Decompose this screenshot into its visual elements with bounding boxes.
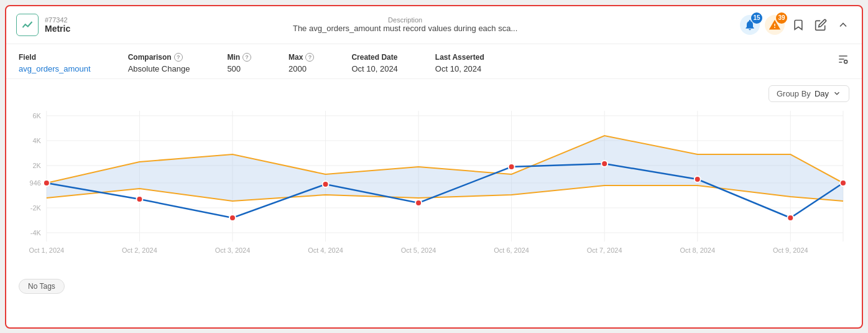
field-item-created: Created Date Oct 10, 2024 bbox=[351, 53, 397, 73]
comparison-help-icon[interactable]: ? bbox=[174, 53, 183, 62]
svg-text:-2K: -2K bbox=[30, 204, 42, 211]
header-description: Description The avg_orders_amount must r… bbox=[70, 16, 740, 33]
max-label: Max ? bbox=[289, 53, 314, 62]
metric-card: #77342 Metric Description The avg_orders… bbox=[5, 5, 863, 329]
min-label: Min ? bbox=[227, 53, 251, 62]
svg-text:Oct 1, 2024: Oct 1, 2024 bbox=[29, 246, 65, 253]
svg-text:6K: 6K bbox=[32, 111, 41, 119]
tags-row: No Tags bbox=[6, 273, 862, 303]
alert-button[interactable]: 39 bbox=[765, 15, 785, 35]
notification-bell-button[interactable]: 15 bbox=[740, 15, 760, 35]
chart-svg: 6K 4K 2K 946 -2K -4K bbox=[19, 105, 849, 266]
field-value: avg_orders_amount bbox=[19, 64, 91, 73]
svg-point-3 bbox=[844, 60, 847, 63]
svg-text:-4K: -4K bbox=[30, 228, 42, 236]
no-tags-badge[interactable]: No Tags bbox=[19, 279, 65, 294]
chevron-down-icon bbox=[833, 89, 841, 98]
min-value: 500 bbox=[227, 64, 251, 73]
chart-area: Group By Day 6K 4K 2K 946 -2K -4K bbox=[6, 79, 862, 273]
group-by-button[interactable]: Group By Day bbox=[769, 85, 849, 102]
svg-point-36 bbox=[840, 180, 846, 186]
group-by-label: Group By bbox=[777, 89, 811, 98]
svg-text:946: 946 bbox=[30, 179, 41, 186]
svg-point-28 bbox=[136, 196, 142, 202]
group-by-value: Day bbox=[815, 89, 829, 98]
svg-text:4K: 4K bbox=[32, 136, 41, 144]
svg-text:Oct 2, 2024: Oct 2, 2024 bbox=[122, 246, 157, 253]
svg-text:Oct 7, 2024: Oct 7, 2024 bbox=[587, 246, 622, 253]
svg-text:2K: 2K bbox=[32, 161, 41, 169]
svg-point-32 bbox=[509, 164, 515, 170]
max-help-icon[interactable]: ? bbox=[305, 53, 314, 62]
edit-button[interactable] bbox=[812, 16, 829, 34]
svg-point-31 bbox=[415, 200, 422, 206]
description-text: The avg_orders_amount must record values… bbox=[70, 24, 740, 33]
comparison-label: Comparison ? bbox=[128, 53, 190, 62]
svg-point-30 bbox=[323, 181, 329, 187]
svg-point-35 bbox=[787, 215, 793, 221]
filter-icon[interactable] bbox=[837, 53, 849, 68]
svg-point-27 bbox=[44, 180, 50, 186]
metric-icon bbox=[16, 14, 39, 36]
bookmark-button[interactable] bbox=[790, 16, 807, 34]
header-actions: 15 39 bbox=[740, 15, 852, 35]
card-header: #77342 Metric Description The avg_orders… bbox=[6, 6, 862, 44]
min-help-icon[interactable]: ? bbox=[242, 53, 251, 62]
header-id: #77342 bbox=[45, 16, 70, 24]
svg-text:Oct 9, 2024: Oct 9, 2024 bbox=[773, 246, 808, 253]
svg-text:Oct 3, 2024: Oct 3, 2024 bbox=[215, 246, 251, 253]
fields-row: Field avg_orders_amount Comparison ? Abs… bbox=[6, 44, 862, 79]
description-label: Description bbox=[70, 16, 740, 24]
header-title-group: #77342 Metric bbox=[45, 16, 70, 34]
field-label: Field bbox=[19, 53, 91, 62]
svg-text:Oct 6, 2024: Oct 6, 2024 bbox=[494, 246, 529, 253]
svg-point-34 bbox=[695, 176, 701, 182]
field-item-max: Max ? 2000 bbox=[289, 53, 314, 73]
bell-badge: 15 bbox=[751, 12, 762, 24]
field-item-asserted: Last Asserted Oct 10, 2024 bbox=[435, 53, 484, 73]
alert-badge: 39 bbox=[776, 12, 787, 24]
field-item-comparison: Comparison ? Absolute Change bbox=[128, 53, 190, 73]
max-value: 2000 bbox=[289, 64, 314, 73]
comparison-value: Absolute Change bbox=[128, 64, 190, 73]
collapse-button[interactable] bbox=[834, 16, 852, 34]
svg-text:Oct 4, 2024: Oct 4, 2024 bbox=[308, 246, 343, 253]
created-value: Oct 10, 2024 bbox=[351, 64, 397, 73]
svg-point-29 bbox=[229, 215, 236, 221]
field-item-min: Min ? 500 bbox=[227, 53, 251, 73]
svg-text:Oct 5, 2024: Oct 5, 2024 bbox=[401, 246, 436, 253]
asserted-label: Last Asserted bbox=[435, 53, 484, 62]
group-by-row: Group By Day bbox=[19, 79, 849, 105]
field-item-field: Field avg_orders_amount bbox=[19, 53, 91, 73]
svg-point-33 bbox=[601, 161, 607, 167]
svg-text:Oct 8, 2024: Oct 8, 2024 bbox=[680, 246, 715, 253]
header-title: Metric bbox=[45, 24, 70, 34]
created-label: Created Date bbox=[351, 53, 397, 62]
asserted-value: Oct 10, 2024 bbox=[435, 64, 484, 73]
